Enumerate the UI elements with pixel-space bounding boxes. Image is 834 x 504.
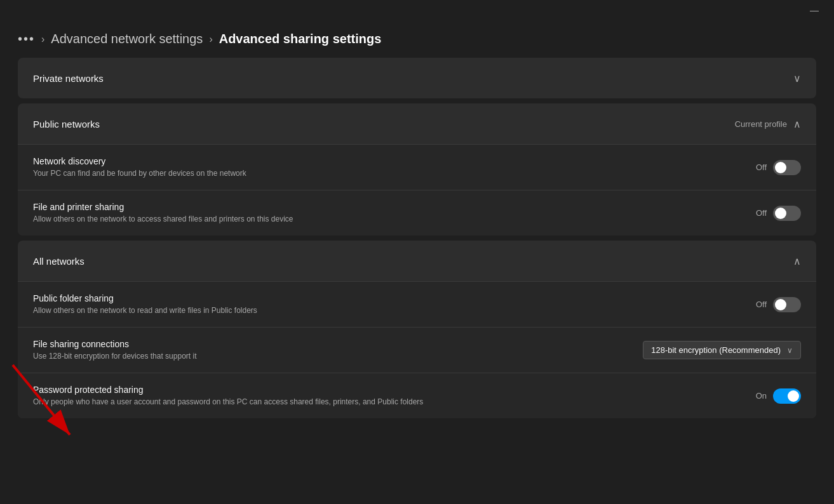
file-sharing-conn-title: File sharing connections [33,339,643,349]
public-networks-meta: Current profile ∧ [735,118,801,130]
network-discovery-toggle[interactable] [773,160,801,175]
encryption-dropdown-value: 128-bit encryption (Recommended) [651,345,781,355]
public-folder-sharing-control: Off [756,297,801,312]
all-networks-chevron: ∧ [793,255,801,267]
password-sharing-desc: Only people who have a user account and … [33,397,756,408]
network-discovery-desc: Your PC can find and be found by other d… [33,168,756,179]
file-printer-sharing-control: Off [756,206,801,221]
public-networks-title: Public networks [33,119,100,129]
password-sharing-title: Password protected sharing [33,385,756,395]
password-sharing-status: On [756,391,767,401]
file-printer-sharing-info: File and printer sharing Allow others on… [33,202,756,225]
minimize-button[interactable]: — [805,3,824,18]
private-networks-header[interactable]: Private networks ∨ [18,58,816,98]
network-discovery-row: Network discovery Your PC can find and b… [18,144,816,190]
current-profile-label: Current profile [735,119,787,129]
file-printer-sharing-desc: Allow others on the network to access sh… [33,214,756,225]
dropdown-chevron-icon: ∨ [787,346,793,355]
public-folder-sharing-info: Public folder sharing Allow others on th… [33,293,756,316]
breadcrumb-dots[interactable]: ••• [18,32,35,46]
private-networks-chevron: ∨ [793,72,801,84]
file-sharing-conn-control: 128-bit encryption (Recommended) ∨ [643,341,801,359]
public-networks-section: Public networks Current profile ∧ Networ… [18,103,816,235]
breadcrumb-sep-2: › [209,34,212,45]
private-networks-meta: ∨ [793,72,801,84]
all-networks-meta: ∧ [793,255,801,267]
private-networks-title: Private networks [33,73,104,84]
password-sharing-control: On [756,388,801,404]
public-folder-sharing-toggle[interactable] [773,297,801,312]
password-sharing-info: Password protected sharing Only people w… [33,385,756,408]
public-networks-header[interactable]: Public networks Current profile ∧ [18,103,816,144]
public-folder-sharing-title: Public folder sharing [33,293,756,303]
file-printer-sharing-title: File and printer sharing [33,202,756,212]
public-networks-chevron: ∧ [793,118,801,130]
network-discovery-title: Network discovery [33,156,756,166]
network-discovery-info: Network discovery Your PC can find and b… [33,156,756,179]
breadcrumb-current-page: Advanced sharing settings [219,32,382,46]
network-discovery-status: Off [756,162,767,172]
settings-content: Private networks ∨ Public networks Curre… [0,58,834,418]
password-sharing-row: Password protected sharing Only people w… [18,373,816,418]
all-networks-section: All networks ∧ Public folder sharing All… [18,241,816,418]
file-printer-sharing-status: Off [756,208,767,218]
file-sharing-conn-row: File sharing connections Use 128-bit enc… [18,327,816,373]
all-networks-header[interactable]: All networks ∧ [18,241,816,281]
file-printer-sharing-toggle-knob [775,208,786,219]
network-discovery-toggle-knob [775,162,786,173]
password-sharing-toggle-knob [788,390,799,402]
file-sharing-conn-desc: Use 128-bit encryption for devices that … [33,351,643,362]
password-sharing-toggle[interactable] [773,388,801,404]
title-bar: — [0,0,834,20]
file-printer-sharing-toggle[interactable] [773,206,801,221]
file-printer-sharing-row: File and printer sharing Allow others on… [18,190,816,235]
public-folder-sharing-desc: Allow others on the network to read and … [33,305,756,316]
public-folder-sharing-toggle-knob [775,299,786,310]
breadcrumb-link-advanced-network[interactable]: Advanced network settings [51,32,203,46]
public-folder-sharing-row: Public folder sharing Allow others on th… [18,281,816,327]
breadcrumb: ••• › Advanced network settings › Advanc… [0,20,834,58]
public-folder-sharing-status: Off [756,300,767,309]
all-networks-title: All networks [33,256,84,267]
encryption-dropdown[interactable]: 128-bit encryption (Recommended) ∨ [643,341,801,359]
breadcrumb-sep-1: › [41,34,44,45]
network-discovery-control: Off [756,160,801,175]
file-sharing-conn-info: File sharing connections Use 128-bit enc… [33,339,643,362]
private-networks-section: Private networks ∨ [18,58,816,98]
